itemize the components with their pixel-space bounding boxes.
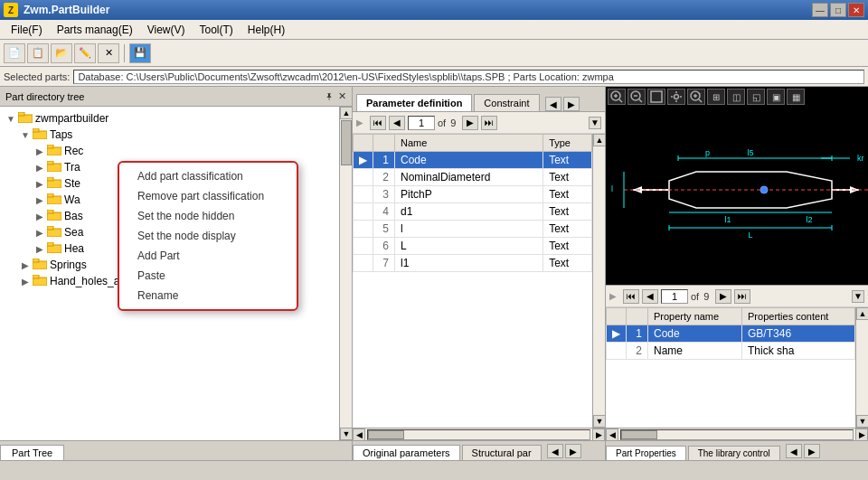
table-row[interactable]: 2 NominalDiameterd Text (354, 169, 592, 186)
menu-file[interactable]: File(F) (4, 22, 50, 38)
cad-grid[interactable]: ◫ (727, 89, 745, 105)
row-name[interactable]: l1 (395, 255, 543, 272)
tab-library-control[interactable]: The library control (688, 446, 780, 460)
cad-fit[interactable] (647, 89, 665, 105)
props-table-row[interactable]: 2 Name Thick sha (607, 343, 855, 360)
param-nav-scroll[interactable]: ▼ (589, 117, 601, 129)
pin-button[interactable]: 🖈 (325, 91, 335, 102)
props-hscroll-left[interactable]: ◀ (606, 428, 618, 441)
tree-expand-taps[interactable]: ▼ (18, 127, 33, 142)
param-hscroll-thumb[interactable] (368, 430, 404, 439)
props-tabs-scroll-right[interactable]: ▶ (804, 444, 820, 458)
row-name[interactable]: PitchP (395, 186, 543, 203)
tree-expand-bas[interactable]: ▶ (33, 209, 47, 223)
props-scroll-down[interactable]: ▼ (856, 415, 868, 428)
tree-item-rec[interactable]: ▶ Rec (0, 143, 339, 159)
bottom-scroll-left[interactable]: ◀ (547, 444, 563, 458)
param-last-btn[interactable]: ⏭ (481, 116, 497, 130)
param-scroll-right[interactable]: ▶ (563, 97, 580, 111)
param-hscroll-right[interactable]: ▶ (592, 428, 605, 441)
bottom-scroll-right[interactable]: ▶ (565, 444, 581, 458)
toolbar-btn-close[interactable]: ✕ (98, 43, 119, 63)
menu-help[interactable]: Help(H) (241, 22, 292, 38)
minimize-button[interactable]: — (812, 3, 828, 17)
toolbar-btn-open[interactable]: 📂 (51, 43, 72, 63)
tree-expand-sea[interactable]: ▶ (33, 225, 47, 240)
tree-item-taps[interactable]: ▼ Taps (0, 127, 339, 143)
props-nav-scroll[interactable]: ▼ (852, 290, 864, 303)
toolbar-btn-new[interactable]: 📄 (4, 43, 25, 63)
maximize-button[interactable]: □ (830, 3, 846, 17)
tree-expand-hea[interactable]: ▶ (33, 241, 47, 256)
tab-part-properties[interactable]: Part Properties (606, 446, 686, 460)
table-row[interactable]: 3 PitchP Text (354, 186, 592, 203)
props-last-btn[interactable]: ⏭ (734, 289, 750, 304)
cad-snap[interactable]: ◱ (747, 89, 765, 105)
param-scroll-down[interactable]: ▼ (593, 415, 605, 428)
tab-part-tree[interactable]: Part Tree (0, 445, 64, 460)
tree-scroll-down[interactable]: ▼ (340, 428, 352, 440)
row-name[interactable]: NominalDiameterd (395, 169, 543, 186)
tree-expand-manholes[interactable]: ▶ (18, 274, 33, 288)
tree-scroll-up[interactable]: ▲ (340, 107, 352, 119)
toolbar-btn-edit[interactable]: ✏️ (74, 43, 96, 63)
props-row-name[interactable]: Name (648, 343, 742, 360)
props-table-row[interactable]: ▶ 1 Code GB/T346 (607, 325, 855, 343)
tab-constraint[interactable]: Constraint (474, 94, 539, 111)
table-row[interactable]: 4 d1 Text (354, 203, 592, 221)
toolbar-btn-copy[interactable]: 📋 (27, 43, 49, 63)
props-hscroll-right[interactable]: ▶ (855, 428, 868, 441)
cad-settings[interactable] (667, 89, 685, 105)
props-scroll-up[interactable]: ▲ (856, 307, 868, 320)
ctx-add-part[interactable]: Add Part (119, 246, 297, 266)
props-row-name[interactable]: Code (648, 325, 742, 343)
props-hscroll-thumb[interactable] (621, 430, 657, 439)
tree-item-root[interactable]: ▼ zwmpartbuilder (0, 110, 339, 127)
param-first-btn[interactable]: ⏮ (370, 116, 386, 130)
ctx-remove-classification[interactable]: Remove part classification (119, 186, 297, 206)
menu-tool[interactable]: Tool(T) (193, 22, 241, 38)
param-prev-btn[interactable]: ◀ (389, 116, 405, 130)
tree-scroll-thumb[interactable] (341, 120, 352, 165)
panel-close-button[interactable]: ✕ (338, 90, 346, 102)
toolbar-btn-save[interactable]: 💾 (129, 43, 151, 63)
ctx-set-hidden[interactable]: Set the node hidden (119, 206, 297, 226)
cad-zoom-out[interactable] (627, 89, 646, 105)
menu-parts[interactable]: Parts manag(E) (50, 22, 140, 38)
tree-expand-springs[interactable]: ▶ (18, 258, 33, 272)
props-tabs-scroll-left[interactable]: ◀ (786, 444, 802, 458)
param-next-btn[interactable]: ▶ (462, 116, 478, 130)
table-row[interactable]: 6 L Text (354, 238, 592, 255)
ctx-add-classification[interactable]: Add part classification (119, 166, 297, 186)
tree-expand-tra[interactable]: ▶ (33, 160, 47, 174)
tab-struct-par[interactable]: Structural par (462, 445, 542, 460)
table-row[interactable]: 7 l1 Text (354, 255, 592, 272)
tab-param-def[interactable]: Parameter definition (356, 94, 472, 111)
close-button[interactable]: ✕ (848, 3, 864, 17)
tab-orig-params[interactable]: Original parameters (353, 445, 460, 460)
ctx-set-display[interactable]: Set the node display (119, 226, 297, 246)
table-row[interactable]: ▶ 1 Code Text (354, 152, 592, 169)
props-prev-btn[interactable]: ◀ (642, 289, 658, 304)
tree-expand-wa[interactable]: ▶ (33, 193, 47, 207)
cad-ortho[interactable]: ▣ (767, 89, 785, 105)
tree-expand-ste[interactable]: ▶ (33, 176, 47, 191)
ctx-rename[interactable]: Rename (119, 286, 297, 306)
menu-view[interactable]: View(V) (140, 22, 193, 38)
row-name[interactable]: Code (395, 152, 543, 169)
props-page-input[interactable] (661, 289, 688, 304)
props-first-btn[interactable]: ⏮ (623, 289, 639, 304)
ctx-paste[interactable]: Paste (119, 266, 297, 286)
cad-layers[interactable]: ▦ (787, 89, 805, 105)
tree-expand-root[interactable]: ▼ (4, 111, 18, 126)
param-scroll-left[interactable]: ◀ (545, 97, 561, 111)
props-next-btn[interactable]: ▶ (715, 289, 731, 304)
row-name[interactable]: L (395, 238, 543, 255)
table-row[interactable]: 5 l Text (354, 221, 592, 238)
tree-expand-rec[interactable]: ▶ (33, 144, 47, 158)
cad-pan[interactable]: ⊞ (707, 89, 725, 105)
cad-zoom-all[interactable]: + (687, 89, 705, 105)
param-page-input[interactable] (408, 116, 435, 130)
param-scroll-up[interactable]: ▲ (593, 134, 605, 146)
row-name[interactable]: l (395, 221, 543, 238)
